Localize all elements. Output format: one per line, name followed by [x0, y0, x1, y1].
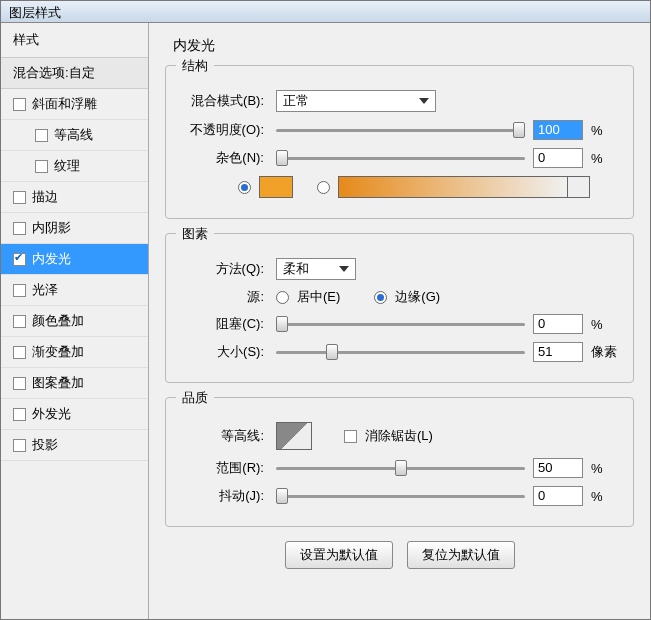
sidebar-item-3[interactable]: 描边: [1, 182, 148, 213]
color-swatch[interactable]: [259, 176, 293, 198]
sidebar-item-label: 图案叠加: [32, 374, 84, 392]
sidebar-checkbox[interactable]: [13, 408, 26, 421]
group-quality-title: 品质: [176, 389, 214, 407]
method-select[interactable]: 柔和: [276, 258, 356, 280]
method-label: 方法(Q):: [178, 260, 268, 278]
main-panel: 内发光 结构 混合模式(B): 正常 不透明度(O): 100 %: [149, 23, 650, 619]
group-structure: 结构 混合模式(B): 正常 不透明度(O): 100 % 杂色(N):: [165, 65, 634, 219]
blend-mode-label: 混合模式(B):: [178, 92, 268, 110]
sidebar-item-1[interactable]: 等高线: [1, 120, 148, 151]
noise-slider[interactable]: [276, 149, 525, 167]
choke-label: 阻塞(C):: [178, 315, 268, 333]
chevron-down-icon: [419, 98, 429, 104]
opacity-unit: %: [591, 123, 621, 138]
source-edge-label: 边缘(G): [395, 288, 440, 306]
sidebar-subheader[interactable]: 混合选项:自定: [1, 58, 148, 89]
opacity-slider[interactable]: [276, 121, 525, 139]
sidebar-header[interactable]: 样式: [1, 23, 148, 58]
jitter-label: 抖动(J):: [178, 487, 268, 505]
sidebar-item-11[interactable]: 投影: [1, 430, 148, 461]
sidebar-item-5[interactable]: 内发光: [1, 244, 148, 275]
blend-mode-select[interactable]: 正常: [276, 90, 436, 112]
sidebar-item-label: 光泽: [32, 281, 58, 299]
blend-mode-value: 正常: [283, 92, 309, 110]
sidebar-item-0[interactable]: 斜面和浮雕: [1, 89, 148, 120]
jitter-slider[interactable]: [276, 487, 525, 505]
gradient-dropdown[interactable]: [568, 176, 590, 198]
sidebar-item-8[interactable]: 渐变叠加: [1, 337, 148, 368]
sidebar-item-label: 纹理: [54, 157, 80, 175]
color-solid-radio[interactable]: [238, 181, 251, 194]
group-elements-title: 图素: [176, 225, 214, 243]
chevron-down-icon: [339, 266, 349, 272]
size-label: 大小(S):: [178, 343, 268, 361]
sidebar-item-6[interactable]: 光泽: [1, 275, 148, 306]
sidebar-checkbox[interactable]: [13, 315, 26, 328]
color-gradient-radio[interactable]: [317, 181, 330, 194]
opacity-input[interactable]: 100: [533, 120, 583, 140]
choke-input[interactable]: 0: [533, 314, 583, 334]
group-quality: 品质 等高线: 消除锯齿(L) 范围(R): 50 % 抖动(J):: [165, 397, 634, 527]
size-slider[interactable]: [276, 343, 525, 361]
sidebar-item-4[interactable]: 内阴影: [1, 213, 148, 244]
antialias-checkbox[interactable]: [344, 430, 357, 443]
sidebar-item-label: 渐变叠加: [32, 343, 84, 361]
sidebar-list: 斜面和浮雕等高线纹理描边内阴影内发光光泽颜色叠加渐变叠加图案叠加外发光投影: [1, 89, 148, 461]
sidebar-item-label: 描边: [32, 188, 58, 206]
choke-slider[interactable]: [276, 315, 525, 333]
sidebar-checkbox[interactable]: [13, 98, 26, 111]
source-center-label: 居中(E): [297, 288, 340, 306]
range-slider[interactable]: [276, 459, 525, 477]
noise-label: 杂色(N):: [178, 149, 268, 167]
titlebar: 图层样式: [1, 1, 650, 23]
sidebar-checkbox[interactable]: [13, 346, 26, 359]
sidebar-item-label: 斜面和浮雕: [32, 95, 97, 113]
sidebar-item-7[interactable]: 颜色叠加: [1, 306, 148, 337]
sidebar-item-10[interactable]: 外发光: [1, 399, 148, 430]
range-label: 范围(R):: [178, 459, 268, 477]
sidebar: 样式 混合选项:自定 斜面和浮雕等高线纹理描边内阴影内发光光泽颜色叠加渐变叠加图…: [1, 23, 149, 619]
sidebar-checkbox[interactable]: [13, 377, 26, 390]
set-default-button[interactable]: 设置为默认值: [285, 541, 393, 569]
sidebar-item-label: 内阴影: [32, 219, 71, 237]
sidebar-item-label: 投影: [32, 436, 58, 454]
gradient-preview[interactable]: [338, 176, 568, 198]
sidebar-checkbox[interactable]: [13, 284, 26, 297]
antialias-label: 消除锯齿(L): [365, 427, 433, 445]
sidebar-checkbox[interactable]: [35, 129, 48, 142]
noise-input[interactable]: 0: [533, 148, 583, 168]
page-title: 内发光: [173, 37, 634, 55]
sidebar-item-label: 等高线: [54, 126, 93, 144]
source-edge-radio[interactable]: [374, 291, 387, 304]
size-unit: 像素: [591, 343, 621, 361]
sidebar-checkbox[interactable]: [13, 439, 26, 452]
choke-unit: %: [591, 317, 621, 332]
sidebar-item-label: 外发光: [32, 405, 71, 423]
sidebar-item-2[interactable]: 纹理: [1, 151, 148, 182]
sidebar-checkbox[interactable]: [13, 222, 26, 235]
window-title: 图层样式: [9, 5, 61, 20]
layer-style-window: 图层样式 样式 混合选项:自定 斜面和浮雕等高线纹理描边内阴影内发光光泽颜色叠加…: [0, 0, 651, 620]
sidebar-checkbox[interactable]: [13, 253, 26, 266]
source-label: 源:: [178, 288, 268, 306]
sidebar-checkbox[interactable]: [35, 160, 48, 173]
opacity-label: 不透明度(O):: [178, 121, 268, 139]
contour-picker[interactable]: [276, 422, 312, 450]
contour-label: 等高线:: [178, 427, 268, 445]
range-unit: %: [591, 461, 621, 476]
sidebar-item-label: 内发光: [32, 250, 71, 268]
sidebar-checkbox[interactable]: [13, 191, 26, 204]
range-input[interactable]: 50: [533, 458, 583, 478]
group-elements: 图素 方法(Q): 柔和 源: 居中(E) 边缘(G): [165, 233, 634, 383]
reset-default-button[interactable]: 复位为默认值: [407, 541, 515, 569]
jitter-input[interactable]: 0: [533, 486, 583, 506]
size-input[interactable]: 51: [533, 342, 583, 362]
sidebar-item-label: 颜色叠加: [32, 312, 84, 330]
source-center-radio[interactable]: [276, 291, 289, 304]
sidebar-item-9[interactable]: 图案叠加: [1, 368, 148, 399]
noise-unit: %: [591, 151, 621, 166]
jitter-unit: %: [591, 489, 621, 504]
content: 样式 混合选项:自定 斜面和浮雕等高线纹理描边内阴影内发光光泽颜色叠加渐变叠加图…: [1, 23, 650, 619]
group-structure-title: 结构: [176, 57, 214, 75]
method-value: 柔和: [283, 260, 309, 278]
